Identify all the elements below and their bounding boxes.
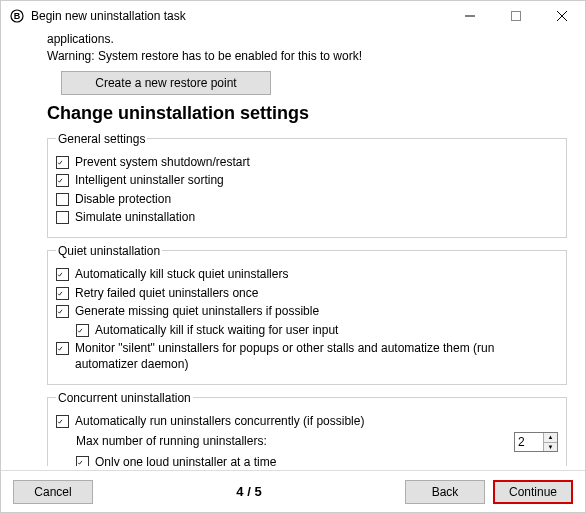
spinner-up[interactable]: ▲	[544, 433, 557, 443]
general-checkbox-1[interactable]	[56, 174, 69, 187]
general-label-0: Prevent system shutdown/restart	[75, 155, 250, 171]
quiet-row-2[interactable]: Generate missing quiet uninstallers if p…	[56, 304, 558, 320]
general-row-0[interactable]: Prevent system shutdown/restart	[56, 155, 558, 171]
auto-concurrent-row[interactable]: Automatically run uninstallers concurren…	[56, 414, 558, 430]
general-row-3[interactable]: Simulate uninstallation	[56, 210, 558, 226]
quiet-checkbox-4[interactable]	[56, 342, 69, 355]
maximize-button[interactable]	[493, 1, 539, 31]
cancel-button[interactable]: Cancel	[13, 480, 93, 504]
concurrent-legend: Concurrent uninstallation	[56, 391, 193, 405]
general-settings-group: General settings Prevent system shutdown…	[47, 132, 567, 238]
quiet-label-2: Generate missing quiet uninstallers if p…	[75, 304, 319, 320]
only-one-loud-label: Only one loud uninstaller at a time	[95, 455, 276, 466]
max-uninstallers-input[interactable]	[515, 433, 543, 451]
general-checkbox-3[interactable]	[56, 211, 69, 224]
window-title: Begin new uninstallation task	[31, 9, 447, 23]
quiet-checkbox-2[interactable]	[56, 305, 69, 318]
quiet-label-4: Monitor "silent" uninstallers for popups…	[75, 341, 558, 372]
quiet-row-4[interactable]: Monitor "silent" uninstallers for popups…	[56, 341, 558, 372]
max-uninstallers-spinner[interactable]: ▲ ▼	[514, 432, 558, 452]
quiet-legend: Quiet uninstallation	[56, 244, 162, 258]
content-area: applications. Warning: System restore ha…	[1, 31, 585, 466]
concurrent-uninstallation-group: Concurrent uninstallation Automatically …	[47, 391, 567, 466]
svg-rect-3	[512, 12, 521, 21]
auto-concurrent-label: Automatically run uninstallers concurren…	[75, 414, 364, 430]
spinner-down[interactable]: ▼	[544, 443, 557, 452]
quiet-row-3[interactable]: Automatically kill if stuck waiting for …	[76, 323, 558, 339]
quiet-checkbox-3[interactable]	[76, 324, 89, 337]
quiet-label-1: Retry failed quiet uninstallers once	[75, 286, 258, 302]
only-one-loud-row[interactable]: Only one loud uninstaller at a time	[76, 455, 558, 466]
general-legend: General settings	[56, 132, 147, 146]
close-button[interactable]	[539, 1, 585, 31]
general-label-1: Intelligent uninstaller sorting	[75, 173, 224, 189]
general-row-1[interactable]: Intelligent uninstaller sorting	[56, 173, 558, 189]
general-checkbox-2[interactable]	[56, 193, 69, 206]
general-label-3: Simulate uninstallation	[75, 210, 195, 226]
footer: Cancel 4 / 5 Back Continue	[1, 470, 585, 512]
svg-text:B: B	[14, 11, 21, 21]
intro-line1: applications.	[47, 31, 567, 48]
quiet-label-0: Automatically kill stuck quiet uninstall…	[75, 267, 288, 283]
minimize-button[interactable]	[447, 1, 493, 31]
continue-button[interactable]: Continue	[493, 480, 573, 504]
quiet-row-0[interactable]: Automatically kill stuck quiet uninstall…	[56, 267, 558, 283]
app-icon: B	[9, 8, 25, 24]
intro-line2: Warning: System restore has to be enable…	[47, 48, 567, 65]
section-heading: Change uninstallation settings	[47, 103, 567, 124]
general-checkbox-0[interactable]	[56, 156, 69, 169]
quiet-uninstallation-group: Quiet uninstallation Automatically kill …	[47, 244, 567, 385]
back-button[interactable]: Back	[405, 480, 485, 504]
quiet-row-1[interactable]: Retry failed quiet uninstallers once	[56, 286, 558, 302]
page-indicator: 4 / 5	[236, 484, 261, 499]
max-uninstallers-label: Max number of running uninstallers:	[76, 434, 514, 450]
quiet-label-3: Automatically kill if stuck waiting for …	[95, 323, 338, 339]
only-one-loud-checkbox[interactable]	[76, 456, 89, 466]
auto-concurrent-checkbox[interactable]	[56, 415, 69, 428]
titlebar: B Begin new uninstallation task	[1, 1, 585, 31]
quiet-checkbox-1[interactable]	[56, 287, 69, 300]
general-row-2[interactable]: Disable protection	[56, 192, 558, 208]
create-restore-point-button[interactable]: Create a new restore point	[61, 71, 271, 95]
general-label-2: Disable protection	[75, 192, 171, 208]
quiet-checkbox-0[interactable]	[56, 268, 69, 281]
